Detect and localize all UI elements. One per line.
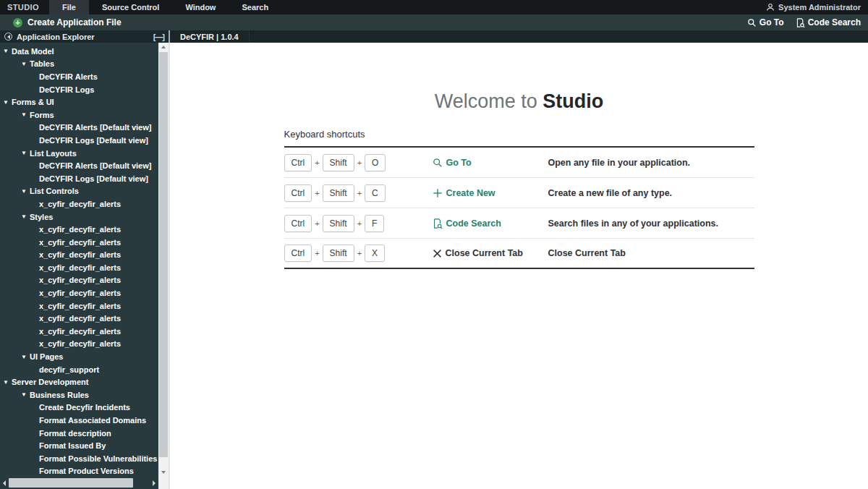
tab-decyfir[interactable]: DeCYFIR | 1.0.4 (170, 30, 250, 43)
tree-item[interactable]: x_cyfir_decyfir_alerts (0, 261, 158, 274)
caret-down-icon[interactable]: ▼ (3, 48, 12, 54)
tree-item[interactable]: x_cyfir_decyfir_alerts (0, 312, 158, 325)
shortcut-action-code-search[interactable]: Code Search (433, 218, 548, 229)
tree-item[interactable]: x_cyfir_decyfir_alerts (0, 197, 158, 211)
vertical-scrollbar-thumb[interactable] (159, 52, 168, 457)
tree-group[interactable]: ▼Styles (0, 211, 158, 224)
tree-item[interactable]: Create Decyfir Incidents (0, 401, 158, 414)
key-plus-separator: + (357, 189, 362, 197)
tree-item[interactable]: x_cyfir_decyfir_alerts (0, 236, 158, 249)
horizontal-scrollbar[interactable] (0, 477, 158, 489)
tree-item[interactable]: x_cyfir_decyfir_alerts (0, 223, 158, 236)
tree-item[interactable]: Format Associated Domains (0, 414, 158, 427)
tree-item[interactable]: DeCYFIR Alerts [Default view] (0, 159, 158, 172)
keycap: Ctrl (284, 184, 312, 202)
tree-item-label: x_cyfir_decyfir_alerts (39, 302, 121, 310)
tree-item-label: Format Possible Vulnerabilities (39, 454, 157, 463)
keycap: Shift (323, 154, 354, 171)
caret-down-icon[interactable]: ▼ (21, 61, 30, 67)
keycap: Shift (323, 215, 354, 232)
caret-down-icon[interactable]: ▼ (3, 99, 12, 106)
caret-down-icon[interactable]: ▼ (21, 391, 30, 398)
keycap: Ctrl (284, 154, 312, 171)
tree-item[interactable]: Format description (0, 427, 158, 440)
menu-items: FileSource ControlWindowSearch (49, 0, 281, 14)
keycap: F (365, 215, 384, 232)
menu-search[interactable]: Search (229, 0, 281, 14)
key-plus-separator: + (357, 158, 362, 167)
scroll-up-icon[interactable] (158, 43, 169, 51)
key-plus-separator: + (315, 189, 319, 197)
tree-item[interactable]: DeCYFIR Logs (0, 83, 158, 96)
search-icon (433, 158, 443, 168)
scroll-left-icon[interactable] (0, 477, 9, 489)
tree-group[interactable]: ▼Data Model (0, 45, 158, 58)
collapse-tree-icon[interactable] (4, 33, 12, 41)
collapse-panel-button[interactable]: [—] (153, 33, 164, 41)
shortcut-action-go-to[interactable]: Go To (433, 158, 548, 168)
goto-button[interactable]: Go To (747, 17, 784, 27)
tree-group[interactable]: ▼Server Development (0, 375, 158, 388)
tree-item-label: decyfir_support (39, 365, 99, 374)
user-menu[interactable]: System Administrator (766, 0, 868, 14)
tree-item[interactable]: decyfir_support (0, 363, 158, 376)
tree-item-label: UI Pages (30, 352, 63, 361)
tree-item[interactable]: DeCYFIR Alerts [Default view] (0, 122, 158, 135)
tree-item[interactable]: x_cyfir_decyfir_alerts (0, 274, 158, 287)
goto-label: Go To (760, 17, 784, 27)
tree-item[interactable]: x_cyfir_decyfir_alerts (0, 325, 158, 338)
tree-item-label: Format Issued By (39, 441, 106, 450)
tree-group[interactable]: ▼UI Pages (0, 350, 158, 363)
caret-down-icon[interactable]: ▼ (21, 111, 30, 118)
menu-window[interactable]: Window (172, 0, 229, 14)
toolbar: + Create Application File Go To Code Sea… (0, 14, 868, 30)
keycap: C (365, 184, 386, 202)
tree-group[interactable]: ▼Tables (0, 58, 158, 71)
tree-item-label: x_cyfir_decyfir_alerts (39, 276, 121, 284)
tree-item[interactable]: x_cyfir_decyfir_alerts (0, 249, 158, 262)
horizontal-scrollbar-thumb[interactable] (9, 478, 133, 488)
tree-group[interactable]: ▼Business Rules (0, 388, 158, 401)
caret-down-icon[interactable]: ▼ (21, 150, 30, 156)
plus-icon (433, 188, 443, 198)
create-application-file-button[interactable]: + Create Application File (0, 17, 130, 27)
shortcut-description: Close Current Tab (548, 248, 754, 258)
tree-group[interactable]: ▼List Controls (0, 185, 158, 198)
keycap: Ctrl (284, 244, 312, 262)
tree-item[interactable]: Format Issued By (0, 439, 158, 452)
shortcut-action-close-current-tab[interactable]: Close Current Tab (433, 248, 548, 258)
tree-item[interactable]: x_cyfir_decyfir_alerts (0, 299, 158, 312)
tree-item[interactable]: DeCYFIR Alerts (0, 70, 158, 83)
shortcut-keys: Ctrl+Shift+C (284, 184, 433, 202)
keycap: Shift (323, 184, 354, 202)
tree-group[interactable]: ▼List Layouts (0, 147, 158, 160)
caret-down-icon[interactable]: ▼ (3, 379, 12, 386)
tree-item-label: DeCYFIR Logs [Default view] (39, 174, 148, 183)
tree-item-label: x_cyfir_decyfir_alerts (39, 200, 121, 208)
tree-item-label: Forms (30, 111, 54, 119)
tree-item[interactable]: Format Product Versions (0, 465, 158, 477)
tree-item[interactable]: DeCYFIR Logs [Default view] (0, 134, 158, 147)
code-search-button[interactable]: Code Search (796, 17, 861, 27)
caret-down-icon[interactable]: ▼ (21, 188, 30, 195)
caret-down-icon[interactable]: ▼ (21, 213, 30, 220)
keyboard-shortcuts-table: Ctrl+Shift+OGo ToOpen any file in your a… (284, 146, 754, 269)
tree-group[interactable]: ▼Forms & UI (0, 95, 158, 109)
menu-file[interactable]: File (49, 0, 89, 14)
tree-item[interactable]: x_cyfir_decyfir_alerts (0, 286, 158, 299)
tree-item-label: List Layouts (30, 149, 77, 158)
tree-item-label: DeCYFIR Alerts (39, 72, 98, 81)
shortcut-description: Open any file in your application. (548, 158, 754, 168)
caret-down-icon[interactable]: ▼ (21, 354, 30, 360)
menu-source-control[interactable]: Source Control (89, 0, 172, 14)
tree-item-label: Create Decyfir Incidents (39, 403, 130, 412)
tree-item[interactable]: x_cyfir_decyfir_alerts (0, 338, 158, 351)
create-application-file-label: Create Application File (27, 17, 122, 27)
tree-item[interactable]: DeCYFIR Logs [Default view] (0, 172, 158, 185)
scroll-down-icon[interactable] (158, 468, 169, 477)
shortcut-action-create-new[interactable]: Create New (433, 188, 548, 198)
tree-item[interactable]: Format Possible Vulnerabilities (0, 452, 158, 465)
tree-group[interactable]: ▼Forms (0, 109, 158, 122)
vertical-scrollbar[interactable] (158, 43, 169, 477)
scroll-right-icon[interactable] (150, 477, 158, 489)
